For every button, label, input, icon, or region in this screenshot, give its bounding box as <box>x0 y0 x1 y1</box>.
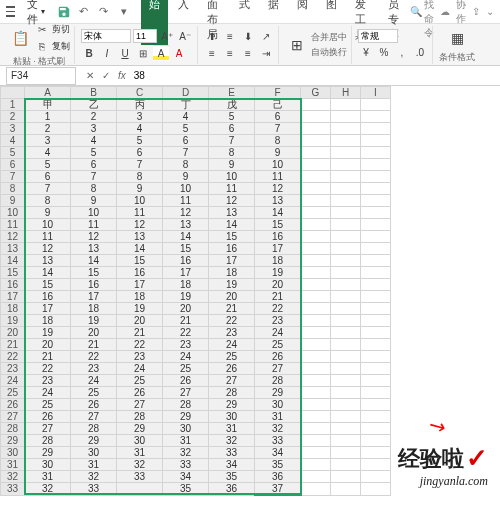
cell[interactable]: 9 <box>209 159 255 171</box>
cell[interactable]: 17 <box>255 243 301 255</box>
cell[interactable] <box>331 291 361 303</box>
cut-button[interactable]: ✂ <box>34 24 50 37</box>
cell[interactable] <box>301 339 331 351</box>
cell[interactable]: 31 <box>25 471 71 483</box>
cell[interactable] <box>361 243 391 255</box>
cell[interactable]: 29 <box>209 399 255 411</box>
cell[interactable] <box>361 411 391 423</box>
cell[interactable] <box>301 123 331 135</box>
cell[interactable] <box>331 99 361 111</box>
cell[interactable] <box>331 171 361 183</box>
cell[interactable]: 16 <box>255 231 301 243</box>
cell[interactable] <box>361 375 391 387</box>
cell[interactable]: 12 <box>71 231 117 243</box>
cell[interactable]: 30 <box>255 399 301 411</box>
cell[interactable] <box>361 171 391 183</box>
row-header[interactable]: 11 <box>1 219 25 231</box>
cell[interactable]: 30 <box>163 423 209 435</box>
cell[interactable]: 23 <box>163 339 209 351</box>
cell[interactable] <box>301 291 331 303</box>
cell[interactable]: 12 <box>117 219 163 231</box>
cell[interactable]: 6 <box>117 147 163 159</box>
cell[interactable]: 7 <box>117 159 163 171</box>
cell[interactable] <box>361 267 391 279</box>
cell[interactable] <box>361 423 391 435</box>
cell[interactable]: 4 <box>117 123 163 135</box>
fx-icon[interactable]: fx <box>118 70 126 81</box>
cell[interactable] <box>301 159 331 171</box>
cell[interactable]: 29 <box>25 447 71 459</box>
cell[interactable]: 25 <box>163 363 209 375</box>
cloud-icon[interactable]: ☁ <box>440 6 450 17</box>
column-header[interactable]: I <box>361 87 391 99</box>
cell[interactable]: 23 <box>25 375 71 387</box>
row-header[interactable]: 29 <box>1 435 25 447</box>
cell[interactable]: 28 <box>71 423 117 435</box>
cell[interactable] <box>301 375 331 387</box>
undo-icon[interactable]: ↶ <box>77 5 91 19</box>
align-middle-button[interactable]: ≡ <box>222 28 238 44</box>
column-header[interactable]: F <box>255 87 301 99</box>
cell[interactable]: 34 <box>163 471 209 483</box>
currency-button[interactable]: ¥ <box>358 44 374 60</box>
cell[interactable] <box>361 279 391 291</box>
cell[interactable]: 10 <box>255 159 301 171</box>
cell[interactable]: 7 <box>25 183 71 195</box>
cell[interactable]: 15 <box>25 279 71 291</box>
column-header[interactable]: D <box>163 87 209 99</box>
cell[interactable]: 14 <box>71 255 117 267</box>
cell[interactable]: 30 <box>25 459 71 471</box>
cell[interactable]: 18 <box>163 279 209 291</box>
cell[interactable]: 17 <box>71 291 117 303</box>
cell[interactable]: 23 <box>117 351 163 363</box>
cell[interactable] <box>331 483 361 496</box>
row-header[interactable]: 20 <box>1 327 25 339</box>
cell[interactable] <box>361 231 391 243</box>
cell[interactable] <box>301 471 331 483</box>
row-header[interactable]: 24 <box>1 375 25 387</box>
cell[interactable]: 27 <box>209 375 255 387</box>
italic-button[interactable]: I <box>99 45 115 61</box>
cell[interactable]: 7 <box>255 123 301 135</box>
cell[interactable]: 26 <box>117 387 163 399</box>
cell[interactable] <box>301 147 331 159</box>
cell[interactable]: 17 <box>163 267 209 279</box>
cell[interactable]: 33 <box>71 483 117 496</box>
row-header[interactable]: 8 <box>1 183 25 195</box>
cell[interactable]: 12 <box>25 243 71 255</box>
cell[interactable]: 31 <box>255 411 301 423</box>
row-header[interactable]: 14 <box>1 255 25 267</box>
row-header[interactable]: 25 <box>1 387 25 399</box>
cell[interactable]: 32 <box>25 483 71 496</box>
cell[interactable]: 31 <box>209 423 255 435</box>
cell[interactable]: 7 <box>71 171 117 183</box>
cell[interactable]: 11 <box>71 219 117 231</box>
cell[interactable] <box>301 195 331 207</box>
cell[interactable]: 18 <box>25 315 71 327</box>
cell[interactable]: 19 <box>71 315 117 327</box>
cell[interactable] <box>301 99 331 111</box>
cell[interactable]: 16 <box>209 243 255 255</box>
cell[interactable]: 24 <box>25 387 71 399</box>
cell[interactable]: 18 <box>71 303 117 315</box>
cell[interactable] <box>331 195 361 207</box>
cell[interactable]: 5 <box>25 159 71 171</box>
cell[interactable]: 12 <box>255 183 301 195</box>
cell[interactable] <box>331 435 361 447</box>
cell[interactable] <box>301 207 331 219</box>
row-header[interactable]: 21 <box>1 339 25 351</box>
cell[interactable]: 19 <box>117 303 163 315</box>
cell[interactable] <box>331 111 361 123</box>
cell[interactable]: 22 <box>71 351 117 363</box>
font-name-select[interactable] <box>81 29 131 43</box>
cell[interactable] <box>331 315 361 327</box>
cell[interactable]: 33 <box>163 459 209 471</box>
indent-button[interactable]: ⇥ <box>258 45 274 61</box>
cell[interactable]: 29 <box>117 423 163 435</box>
row-header[interactable]: 17 <box>1 291 25 303</box>
cell[interactable]: 24 <box>71 375 117 387</box>
cell[interactable] <box>361 351 391 363</box>
cell[interactable]: 24 <box>117 363 163 375</box>
row-header[interactable]: 10 <box>1 207 25 219</box>
cell[interactable]: 丙 <box>117 99 163 111</box>
